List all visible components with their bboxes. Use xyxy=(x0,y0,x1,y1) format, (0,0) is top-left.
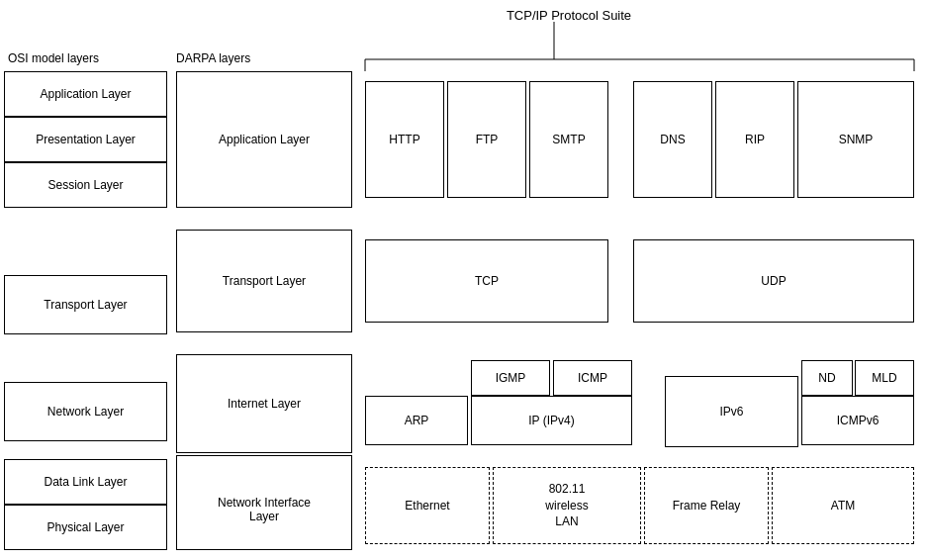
proto-snmp: SNMP xyxy=(797,81,914,198)
darpa-internet: Internet Layer xyxy=(176,354,352,453)
osi-physical: Physical Layer xyxy=(4,505,167,550)
osi-datalink: Data Link Layer xyxy=(4,459,167,505)
proto-ethernet: Ethernet xyxy=(365,467,490,544)
proto-nd: ND xyxy=(801,360,853,396)
osi-application: Application Layer xyxy=(4,71,167,117)
proto-icmpv6: ICMPv6 xyxy=(801,396,914,445)
osi-transport: Transport Layer xyxy=(4,275,167,334)
proto-ipv4: IP (IPv4) xyxy=(471,396,632,445)
proto-smtp: SMTP xyxy=(529,81,608,198)
page-title: TCP/IP Protocol Suite xyxy=(445,8,693,23)
proto-dns: DNS xyxy=(633,81,712,198)
proto-ipv6: IPv6 xyxy=(665,376,798,447)
proto-arp: ARP xyxy=(365,396,468,445)
proto-igmp: IGMP xyxy=(471,360,550,396)
osi-header: OSI model layers xyxy=(8,51,99,65)
osi-session: Session Layer xyxy=(4,162,167,208)
proto-atm: ATM xyxy=(772,467,914,544)
proto-udp: UDP xyxy=(633,239,914,323)
proto-frame-relay: Frame Relay xyxy=(644,467,769,544)
darpa-application: Application Layer xyxy=(176,71,352,208)
proto-wifi: 802.11 wireless LAN xyxy=(493,467,641,544)
proto-http: HTTP xyxy=(365,81,444,198)
darpa-network-interface: Network Interface Layer xyxy=(176,455,352,550)
proto-icmp: ICMP xyxy=(553,360,632,396)
darpa-header: DARPA layers xyxy=(176,51,250,65)
osi-presentation: Presentation Layer xyxy=(4,117,167,162)
osi-network: Network Layer xyxy=(4,382,167,441)
proto-ftp: FTP xyxy=(447,81,526,198)
darpa-transport: Transport Layer xyxy=(176,230,352,332)
proto-rip: RIP xyxy=(715,81,794,198)
proto-tcp: TCP xyxy=(365,239,608,323)
proto-mld: MLD xyxy=(855,360,914,396)
